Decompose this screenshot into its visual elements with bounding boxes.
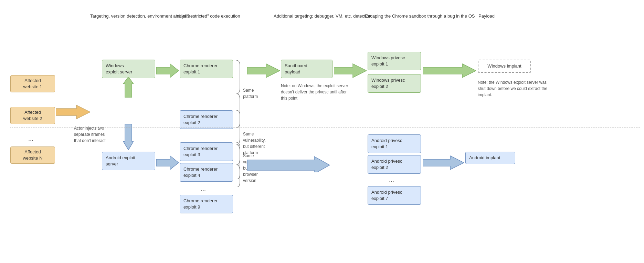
up-arrow-windows xyxy=(123,77,134,98)
arrow-cr1-to-sandboxed xyxy=(247,63,280,78)
android-implant: Android implant xyxy=(465,152,515,164)
affected-website-2: Affectedwebsite 2 xyxy=(10,107,55,124)
sandboxed-payload: Sandboxedpayload xyxy=(281,60,332,78)
chrome-renderer-exploit-3: Chrome rendererexploit 3 xyxy=(180,142,233,161)
diagram: Targeting, version detection, environmen… xyxy=(0,0,644,263)
arrow-sandboxed-to-privesc xyxy=(334,63,367,78)
svg-marker-9 xyxy=(423,156,464,170)
windows-implant: Windows implant xyxy=(478,60,531,73)
header-col4: Escaping the Chrome sandbox through a bu… xyxy=(365,13,475,19)
chrome-renderer-exploit-9: Chrome rendererexploit 9 xyxy=(180,195,233,213)
android-privesc-7: Android privescexploit 7 xyxy=(368,186,421,205)
svg-marker-3 xyxy=(156,64,179,78)
svg-marker-0 xyxy=(56,105,90,119)
android-privesc-2: Android privescexploit 2 xyxy=(368,155,421,174)
note-implant: Note: the Windows exploit server wasshut… xyxy=(478,79,553,98)
arrow-privesc-to-implant xyxy=(423,63,476,78)
svg-marker-6 xyxy=(334,64,367,78)
header-col5: Payload xyxy=(478,13,495,19)
same-platform-label: Sameplatform xyxy=(243,87,258,100)
chrome-renderer-exploit-1: Chrome rendererexploit 1 xyxy=(180,60,233,78)
chrome-renderer-exploit-2: Chrome rendererexploit 2 xyxy=(180,110,233,129)
android-exploit-server: Android exploitserver xyxy=(102,152,155,170)
windows-privesc-2: Windows privescexploit 2 xyxy=(368,74,421,93)
android-privesc-dots: ... xyxy=(389,176,394,184)
arrow-win-to-cr1 xyxy=(156,63,179,78)
affected-to-exploit-arrow xyxy=(56,103,90,121)
arrow-android-cr-to-privesc xyxy=(247,155,330,172)
same-vuln-diff-platform-label: Samevulnerability,but differentplatform xyxy=(243,131,266,156)
arrow-android-privesc-to-implant xyxy=(423,155,464,170)
dashed-divider xyxy=(10,128,640,128)
svg-marker-5 xyxy=(247,64,280,78)
svg-marker-8 xyxy=(247,156,330,172)
header-col1: Targeting, version detection, environmen… xyxy=(90,13,189,19)
actor-injects-note: Actor injects twoseparate iframesthat do… xyxy=(74,125,129,144)
svg-marker-7 xyxy=(423,64,476,78)
affected-website-1: Affectedwebsite 1 xyxy=(10,75,55,92)
windows-exploit-server: Windowsexploit server xyxy=(102,60,155,78)
android-privesc-1: Android privescexploit 1 xyxy=(368,134,421,153)
note-windows: Note: on Windows, the exploit serverdoes… xyxy=(281,83,357,101)
brace-diff-browser xyxy=(235,142,242,187)
down-arrow-android xyxy=(123,124,134,150)
svg-marker-1 xyxy=(123,77,134,98)
arrow-android-to-cr xyxy=(156,155,179,170)
chrome-renderer-exploit-4: Chrome rendererexploit 4 xyxy=(180,163,233,182)
chrome-renderer-dots: ... xyxy=(201,185,206,192)
svg-marker-4 xyxy=(156,156,179,170)
affected-website-n: Affectedwebsite N xyxy=(10,146,55,164)
header-col2: Initial "restricted" code execution xyxy=(176,13,240,19)
header-col3: Additional targeting; debugger, VM, etc.… xyxy=(274,13,371,19)
affected-dots: ... xyxy=(28,135,33,143)
windows-privesc-1: Windows privescexploit 1 xyxy=(368,52,421,70)
svg-marker-2 xyxy=(123,124,134,150)
